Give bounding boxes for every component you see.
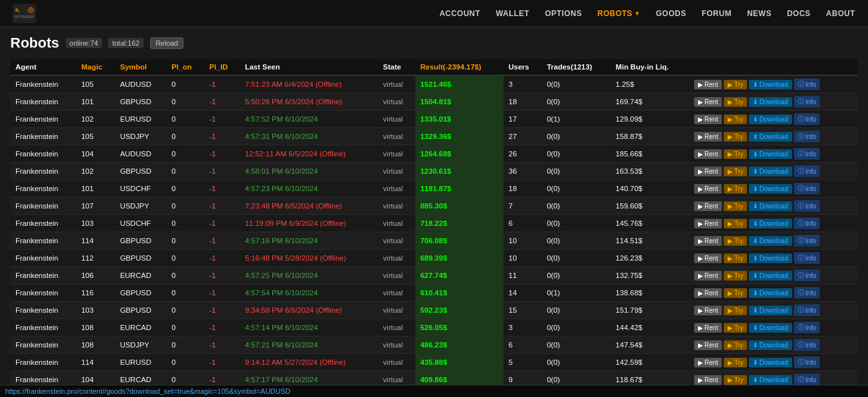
- rent-button[interactable]: ▶ Rent: [694, 358, 722, 367]
- download-button[interactable]: ⬇ Download: [749, 132, 791, 142]
- nav-news[interactable]: NEWS: [747, 9, 771, 18]
- info-button[interactable]: ⓘ Info: [794, 78, 820, 90]
- download-button[interactable]: ⬇ Download: [749, 375, 791, 385]
- rent-button[interactable]: ▶ Rent: [694, 375, 722, 385]
- nav-wallet[interactable]: WALLET: [496, 9, 529, 18]
- cell-result: 885.30$: [415, 198, 504, 215]
- try-button[interactable]: ▶ Try: [724, 306, 747, 315]
- download-button[interactable]: ⬇ Download: [749, 271, 791, 281]
- cell-actions: ▶ Rent ▶ Try ⬇ Download ⓘ Info: [689, 198, 858, 215]
- rent-button[interactable]: ▶ Rent: [694, 271, 722, 281]
- try-icon: ▶: [728, 81, 733, 88]
- try-button[interactable]: ▶ Try: [724, 149, 747, 159]
- download-button[interactable]: ⬇ Download: [749, 184, 791, 194]
- download-button[interactable]: ⬇ Download: [749, 97, 791, 107]
- info-button[interactable]: ⓘ Info: [794, 200, 820, 212]
- rent-button[interactable]: ▶ Rent: [694, 184, 722, 194]
- download-button[interactable]: ⬇ Download: [749, 358, 791, 367]
- try-button[interactable]: ▶ Try: [724, 236, 747, 246]
- rent-button[interactable]: ▶ Rent: [694, 115, 722, 124]
- info-button[interactable]: ⓘ Info: [794, 183, 820, 194]
- info-button[interactable]: ⓘ Info: [794, 217, 820, 229]
- try-button[interactable]: ▶ Try: [724, 288, 747, 298]
- rent-button[interactable]: ▶ Rent: [694, 340, 722, 350]
- info-button[interactable]: ⓘ Info: [794, 374, 820, 385]
- info-button[interactable]: ⓘ Info: [794, 270, 820, 281]
- download-button[interactable]: ⬇ Download: [749, 219, 791, 228]
- rent-button[interactable]: ▶ Rent: [694, 236, 722, 246]
- info-button[interactable]: ⓘ Info: [794, 148, 820, 160]
- try-icon: ▶: [728, 359, 733, 366]
- download-button[interactable]: ⬇ Download: [749, 167, 791, 176]
- cell-lastseen: 5:50:26 PM 6/3/2024 (Offline): [240, 93, 377, 111]
- download-button[interactable]: ⬇ Download: [749, 80, 791, 89]
- info-button[interactable]: ⓘ Info: [794, 252, 820, 264]
- try-button[interactable]: ▶ Try: [724, 115, 747, 124]
- rent-button[interactable]: ▶ Rent: [694, 149, 722, 159]
- rent-button[interactable]: ▶ Rent: [694, 219, 722, 228]
- try-button[interactable]: ▶ Try: [724, 97, 747, 107]
- download-button[interactable]: ⬇ Download: [749, 201, 791, 211]
- reload-button[interactable]: Reload: [150, 37, 184, 49]
- cell-plon: 0: [166, 145, 204, 163]
- rent-button[interactable]: ▶ Rent: [694, 323, 722, 333]
- info-button[interactable]: ⓘ Info: [794, 165, 820, 177]
- try-button[interactable]: ▶ Try: [724, 132, 747, 142]
- rent-button[interactable]: ▶ Rent: [694, 80, 722, 89]
- cell-minbuy: 145.76$: [610, 215, 689, 232]
- nav-account[interactable]: ACCOUNT: [439, 9, 480, 18]
- try-button[interactable]: ▶ Try: [724, 254, 747, 263]
- cell-lastseen: 4:57:25 PM 6/10/2024: [240, 267, 377, 284]
- rent-button[interactable]: ▶ Rent: [694, 201, 722, 211]
- nav-options[interactable]: OPTIONS: [545, 9, 582, 18]
- try-button[interactable]: ▶ Try: [724, 375, 747, 385]
- rent-icon: ▶: [698, 116, 703, 123]
- cell-users: 5: [504, 354, 542, 371]
- rent-button[interactable]: ▶ Rent: [694, 306, 722, 315]
- cell-users: 17: [504, 111, 542, 128]
- download-button[interactable]: ⬇ Download: [749, 149, 791, 159]
- cell-trades: 0(0): [542, 354, 610, 371]
- download-button[interactable]: ⬇ Download: [749, 340, 791, 350]
- try-button[interactable]: ▶ Try: [724, 358, 747, 367]
- rent-button[interactable]: ▶ Rent: [694, 288, 722, 298]
- info-button[interactable]: ⓘ Info: [794, 287, 820, 299]
- download-button[interactable]: ⬇ Download: [749, 323, 791, 333]
- info-button[interactable]: ⓘ Info: [794, 96, 820, 107]
- try-button[interactable]: ▶ Try: [724, 271, 747, 281]
- try-button[interactable]: ▶ Try: [724, 340, 747, 350]
- try-button[interactable]: ▶ Try: [724, 323, 747, 333]
- try-button[interactable]: ▶ Try: [724, 80, 747, 89]
- cell-trades: 0(0): [542, 163, 610, 180]
- cell-lastseen: 4:57:31 PM 6/10/2024: [240, 128, 377, 145]
- download-button[interactable]: ⬇ Download: [749, 306, 791, 315]
- try-button[interactable]: ▶ Try: [724, 184, 747, 194]
- info-icon: ⓘ: [798, 375, 804, 384]
- try-button[interactable]: ▶ Try: [724, 167, 747, 176]
- download-button[interactable]: ⬇ Download: [749, 254, 791, 263]
- download-button[interactable]: ⬇ Download: [749, 115, 791, 124]
- try-button[interactable]: ▶ Try: [724, 219, 747, 228]
- nav-robots[interactable]: ROBOTS ▼: [598, 9, 641, 18]
- cell-agent: Frankenstein: [10, 267, 76, 284]
- info-button[interactable]: ⓘ Info: [794, 235, 820, 246]
- rent-button[interactable]: ▶ Rent: [694, 167, 722, 176]
- rent-button[interactable]: ▶ Rent: [694, 254, 722, 263]
- rent-button[interactable]: ▶ Rent: [694, 97, 722, 107]
- robots-dropdown-arrow: ▼: [634, 10, 640, 17]
- try-button[interactable]: ▶ Try: [724, 201, 747, 211]
- info-button[interactable]: ⓘ Info: [794, 339, 820, 351]
- info-button[interactable]: ⓘ Info: [794, 322, 820, 333]
- nav-goods[interactable]: GOODS: [656, 9, 686, 18]
- try-icon: ▶: [728, 185, 733, 192]
- info-button[interactable]: ⓘ Info: [794, 131, 820, 142]
- nav-forum[interactable]: FORUM: [702, 9, 732, 18]
- download-button[interactable]: ⬇ Download: [749, 288, 791, 298]
- info-button[interactable]: ⓘ Info: [794, 113, 820, 125]
- info-button[interactable]: ⓘ Info: [794, 304, 820, 316]
- info-button[interactable]: ⓘ Info: [794, 356, 820, 368]
- nav-about[interactable]: ABOUT: [826, 9, 855, 18]
- download-button[interactable]: ⬇ Download: [749, 236, 791, 246]
- nav-docs[interactable]: DOCS: [787, 9, 811, 18]
- rent-button[interactable]: ▶ Rent: [694, 132, 722, 142]
